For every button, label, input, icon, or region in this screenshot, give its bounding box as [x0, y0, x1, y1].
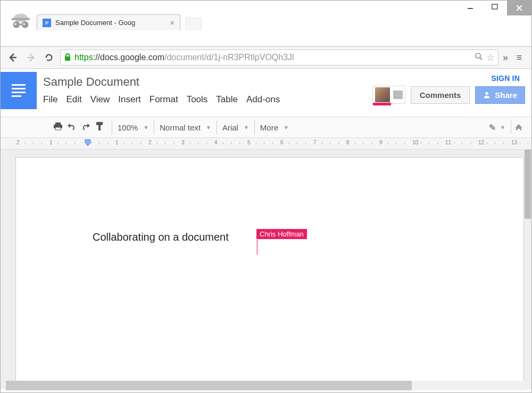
paint-format-icon[interactable]: [93, 121, 106, 134]
font-value: Arial: [222, 123, 238, 132]
scrollbar-thumb[interactable]: [6, 381, 412, 390]
sign-in-link[interactable]: SIGN IN: [491, 74, 525, 83]
ruler-tick: 5: [247, 140, 251, 145]
browser-window: Sample Document - Goog × https://docs.go…: [0, 0, 532, 393]
docs-title-area: Sample Document File Edit View Insert Fo…: [43, 72, 372, 105]
dropdown-icon: ▼: [284, 125, 289, 130]
search-icon[interactable]: [475, 52, 483, 63]
docs-toolbar: 100% ▼ Normal text ▼ Arial ▼ More ▼ ✎ ▼: [1, 117, 531, 138]
vertical-scrollbar[interactable]: [524, 150, 531, 389]
more-toolbar-dropdown[interactable]: More ▼: [255, 117, 294, 137]
collaborator-name-label: Chris Hoffman: [256, 229, 307, 239]
ruler-tick: 13: [511, 140, 517, 145]
svg-point-6: [13, 21, 20, 28]
svg-rect-23: [55, 127, 61, 130]
svg-rect-5: [12, 18, 30, 21]
zoom-value: 100%: [118, 123, 138, 132]
dropdown-icon: ▼: [244, 125, 249, 130]
svg-line-19: [480, 58, 482, 60]
menu-view[interactable]: View: [90, 94, 110, 105]
zoom-dropdown[interactable]: 100% ▼: [112, 117, 154, 137]
ruler-tick: 2: [16, 140, 20, 145]
bottom-scrollbar[interactable]: [6, 381, 526, 390]
docs-header: Sample Document File Edit View Insert Fo…: [1, 69, 531, 117]
dropdown-icon: ▼: [143, 125, 148, 130]
collaborator-color-bar: [373, 103, 391, 105]
svg-point-7: [22, 21, 29, 28]
tab-close-icon[interactable]: ×: [170, 18, 174, 27]
svg-rect-17: [65, 56, 70, 61]
more-label: More: [260, 123, 278, 132]
undo-icon[interactable]: [65, 122, 79, 133]
avatar-icon: [375, 87, 390, 102]
share-label: Share: [495, 91, 517, 100]
ruler-tick: 4: [214, 140, 218, 145]
ruler-tick: 6: [280, 140, 284, 145]
google-docs-app: Sample Document File Edit View Insert Fo…: [1, 69, 531, 389]
ruler-tick: 2: [148, 140, 152, 145]
menu-edit[interactable]: Edit: [66, 94, 81, 105]
ruler-tick: 10: [412, 140, 418, 145]
svg-point-18: [476, 53, 480, 58]
font-dropdown[interactable]: Arial ▼: [217, 117, 254, 137]
back-button[interactable]: [6, 51, 20, 64]
style-value: Normal text: [160, 123, 201, 132]
browser-menu-button[interactable]: ≡: [512, 52, 526, 63]
document-title[interactable]: Sample Document: [43, 75, 372, 89]
browser-tab[interactable]: Sample Document - Goog ×: [37, 14, 180, 30]
document-page[interactable]: Collaborating on a document Chris Hoffma…: [15, 157, 524, 389]
ruler-tick: 7: [313, 140, 317, 145]
menu-insert[interactable]: Insert: [118, 94, 141, 105]
collapse-toolbar-button[interactable]: [511, 123, 526, 132]
dropdown-icon: ▼: [500, 125, 505, 130]
collaborator-cursor: Chris Hoffman: [256, 229, 307, 239]
pencil-icon: ✎: [489, 122, 496, 133]
docs-header-right: SIGN IN Comments Share: [372, 72, 525, 104]
docs-favicon-icon: [43, 19, 51, 27]
menu-tools[interactable]: Tools: [187, 94, 208, 105]
menu-format[interactable]: Format: [149, 94, 178, 105]
document-body-text[interactable]: Collaborating on a document: [93, 231, 229, 243]
menu-file[interactable]: File: [43, 94, 57, 105]
tab-title: Sample Document - Goog: [55, 19, 165, 27]
reload-button[interactable]: [42, 51, 56, 64]
collaborator-presence[interactable]: [372, 86, 405, 104]
menu-addons[interactable]: Add-ons: [246, 94, 280, 105]
menu-table[interactable]: Table: [216, 94, 238, 105]
ruler-tick: 12: [478, 140, 484, 145]
print-icon[interactable]: [51, 122, 65, 133]
scrollbar-thumb[interactable]: [525, 150, 531, 219]
tab-strip: Sample Document - Goog ×: [1, 7, 531, 30]
address-bar[interactable]: https://docs.google.com/document/d/1j-nR…: [60, 50, 498, 66]
ruler-tick: 3: [181, 140, 185, 145]
svg-rect-25: [98, 125, 101, 130]
extensions-overflow-button[interactable]: »: [503, 52, 508, 63]
url-text: https://docs.google.com/document/d/1j-nR…: [74, 53, 294, 62]
paragraph-style-dropdown[interactable]: Normal text ▼: [154, 117, 217, 137]
dropdown-icon: ▼: [206, 125, 211, 130]
chat-icon[interactable]: [393, 91, 403, 99]
ruler-tick: 9: [379, 140, 383, 145]
ruler-tick: 11: [445, 140, 451, 145]
collaborator-caret: [256, 240, 258, 255]
share-button[interactable]: Share: [475, 86, 525, 104]
document-canvas: Collaborating on a document Chris Hoffma…: [1, 150, 531, 389]
horizontal-ruler[interactable]: 21123456789101112131415: [1, 138, 531, 150]
bookmark-star-icon[interactable]: ☆: [486, 52, 495, 63]
docs-logo-icon[interactable]: [1, 72, 37, 109]
incognito-icon: [5, 7, 37, 30]
comments-button[interactable]: Comments: [411, 86, 470, 104]
svg-rect-8: [19, 23, 22, 25]
svg-point-9: [14, 23, 16, 26]
docs-menubar: File Edit View Insert Format Tools Table…: [43, 94, 372, 105]
new-tab-button[interactable]: [186, 18, 202, 30]
svg-point-20: [486, 92, 488, 95]
editing-mode-button[interactable]: ✎ ▼: [484, 117, 511, 137]
person-share-icon: [483, 91, 491, 99]
forward-button[interactable]: [24, 51, 38, 64]
indent-marker-icon[interactable]: [85, 139, 91, 149]
ruler-tick: 8: [346, 140, 350, 145]
svg-rect-21: [55, 122, 61, 125]
redo-icon[interactable]: [79, 122, 93, 133]
browser-toolbar: https://docs.google.com/document/d/1j-nR…: [1, 46, 531, 69]
